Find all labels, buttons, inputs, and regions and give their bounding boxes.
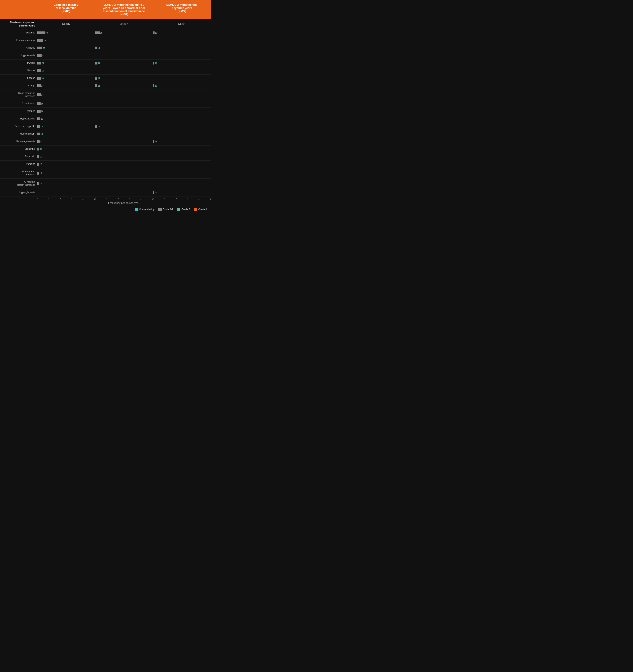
panel3-bar-container — [153, 161, 211, 168]
grade12-bar — [37, 69, 41, 72]
grade-missing-bar — [37, 133, 37, 135]
header-bar: Combined therapyor lenalidomide(N=80) MO… — [0, 0, 211, 19]
legend-grade-3: Grade 3 — [177, 208, 190, 211]
legend: Grade missing Grade 1/2 Grade 3 Grade 4 — [0, 207, 211, 212]
panel1-bar-container: 17 — [37, 90, 95, 100]
grade-missing-bar — [37, 93, 37, 96]
grade-missing-bar — [95, 77, 96, 80]
data-row: Muscle spasm14 — [0, 130, 211, 138]
bar-value-label: 10 — [155, 85, 157, 87]
grade-missing-bar — [37, 125, 37, 128]
data-row: Hyperglycemia10 — [0, 189, 211, 196]
grade12-bar — [37, 31, 45, 34]
data-row: Pyrexia211210 — [0, 59, 211, 67]
panel3-bar-container — [153, 37, 211, 44]
bar-value-label: 10 — [154, 191, 157, 194]
data-row: Asthenia2410 — [0, 44, 211, 52]
exposure-val-1: 44.06 — [37, 22, 95, 26]
grade-missing-bar — [37, 102, 37, 105]
panel3-bar-container: 10 — [153, 59, 211, 67]
data-row: Decreased appetite1410 — [0, 123, 211, 130]
panel2-bar-container: 20 — [95, 29, 153, 37]
panel2-bar-container — [95, 67, 153, 74]
grade12-bar — [37, 39, 43, 42]
grade12-bar — [95, 85, 97, 87]
bar-value-label: 21 — [42, 62, 44, 64]
panel2-bar-container — [95, 153, 153, 161]
data-row: Bronchitis12 — [0, 145, 211, 153]
panel1-bar-container: 28 — [37, 37, 95, 44]
panel1-ticks: 012345 — [37, 197, 95, 200]
panel3-bar-container — [153, 100, 211, 107]
header-col2: MONJUVI monotherapy up to 2years – cycle… — [95, 0, 153, 19]
bar-value-label: 14 — [41, 125, 43, 127]
bar-value-label: 18 — [41, 77, 44, 79]
panel3-bar-container — [153, 153, 211, 161]
bar-value-label: 11 — [98, 85, 100, 87]
panel3-bar-container — [153, 115, 211, 123]
panel3-bar-container: 10 — [153, 189, 211, 196]
panel1-bar-container: 21 — [37, 59, 95, 67]
panel3-bar-container — [153, 74, 211, 82]
panel1-bar-container: 16 — [37, 107, 95, 115]
grade12-bar — [37, 54, 42, 57]
panel1-bar-container: 40 — [37, 29, 95, 37]
exposure-val-2: 35.67 — [95, 22, 153, 26]
panel1-bar-container: 18 — [37, 74, 95, 82]
bar-value-label: 14 — [41, 133, 43, 135]
panel2-bar-container — [95, 130, 153, 138]
panel1-bar-container: 24 — [37, 44, 95, 52]
bar-value-label: 11 — [98, 77, 100, 79]
bar-value-label: 13 — [155, 32, 157, 34]
panel2-bar-container: 12 — [95, 59, 153, 67]
data-row: Fatigue1811 — [0, 75, 211, 82]
row-label: Muscle spasm — [0, 133, 37, 136]
panel3-bar-container — [153, 123, 211, 130]
row-label: Bronchitis — [0, 147, 37, 151]
panel1-bar-container: 10 — [37, 168, 95, 178]
panel2-bar-container — [95, 161, 153, 168]
panel2-bar-container — [95, 52, 153, 59]
axis-ticks-row: 012345 012345 012345 — [0, 197, 211, 200]
grade-missing-bar — [37, 110, 37, 113]
grade-missing-bar — [37, 77, 38, 80]
bar-value-label: 16 — [41, 102, 43, 105]
panel1-bar-container: 14 — [37, 123, 95, 130]
bar-value-label: 19 — [42, 70, 44, 72]
panel3-bar-container: 10 — [153, 82, 211, 90]
bar-value-label: 40 — [45, 32, 48, 34]
panel1-bar-container: 16 — [37, 115, 95, 123]
row-label: Urinary tractinfection — [0, 170, 37, 176]
panel1-bar-container: 14 — [37, 130, 95, 138]
bar-value-label: 10 — [155, 62, 157, 64]
panel1-bar-container: 16 — [37, 100, 95, 107]
data-row: Nausea19 — [0, 67, 211, 75]
bar-value-label: 17 — [41, 94, 44, 96]
grade12-bar — [37, 62, 41, 65]
grade-missing-bar — [95, 31, 96, 34]
row-label: Hypocalcemia — [0, 117, 37, 120]
row-label: Blood creatinineincreased — [0, 92, 37, 98]
panel2-bar-container — [95, 145, 153, 153]
panel1-bar-container: 10 — [37, 178, 95, 189]
panel2-bar-container — [95, 178, 153, 189]
bar-value-label: 28 — [43, 39, 46, 42]
grade12-bar — [37, 133, 40, 135]
bar-value-label: 16 — [41, 110, 43, 113]
panel2-bar-container: 10 — [95, 123, 153, 130]
row-label: Nausea — [0, 69, 37, 72]
page-container: Combined therapyor lenalidomide(N=80) MO… — [0, 0, 211, 216]
panel3-bar-container — [153, 44, 211, 52]
panel1-bar-container: 12 — [37, 145, 95, 153]
grade12-bar — [95, 77, 97, 80]
data-row: Dyspnea16 — [0, 108, 211, 115]
panel2-bar-container: 10 — [95, 44, 153, 52]
row-label: Fatigue — [0, 77, 37, 80]
row-label: Edema peripheral — [0, 39, 37, 42]
row-label: Hypomagnesemia — [0, 140, 37, 143]
panel3-bar-container: 13 — [153, 29, 211, 37]
grade12-bar — [37, 47, 42, 49]
data-row: Hypocalcemia16 — [0, 115, 211, 123]
header-col1: Combined therapyor lenalidomide(N=80) — [37, 0, 95, 19]
grade12-bar — [95, 31, 100, 34]
